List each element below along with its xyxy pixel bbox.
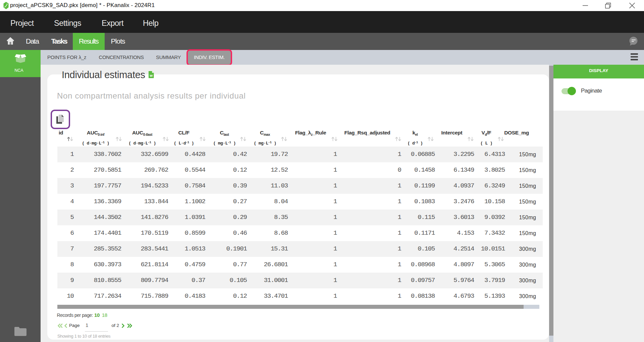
svg-text:w: w <box>149 73 153 77</box>
